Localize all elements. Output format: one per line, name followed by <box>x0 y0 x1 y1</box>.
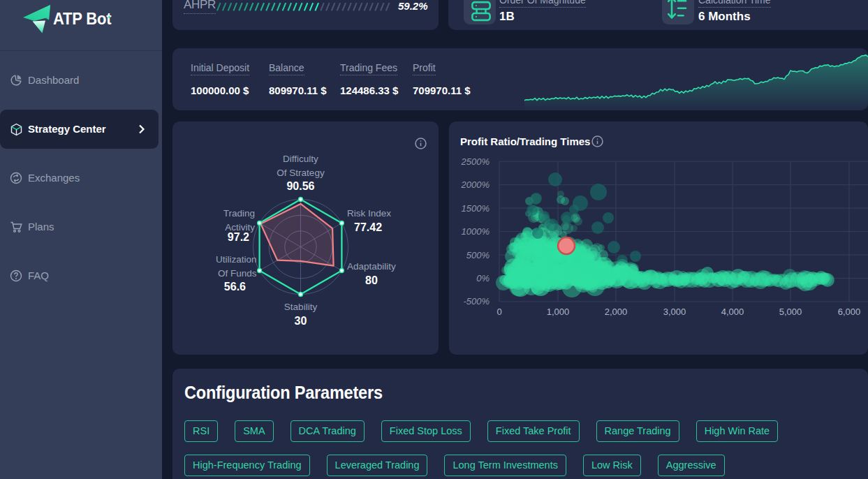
svg-text:30: 30 <box>295 315 307 327</box>
svg-text:500%: 500% <box>466 250 490 260</box>
svg-text:Risk Index: Risk Index <box>347 208 391 219</box>
svg-text:-500%: -500% <box>463 296 490 307</box>
svg-text:90.56: 90.56 <box>286 180 314 192</box>
svg-text:Of Strategy: Of Strategy <box>277 168 325 178</box>
svg-text:Of Funds: Of Funds <box>218 268 257 279</box>
svg-text:1000%: 1000% <box>462 226 490 237</box>
svg-text:1500%: 1500% <box>462 203 490 214</box>
svg-text:97.2: 97.2 <box>228 231 249 243</box>
svg-text:2,000: 2,000 <box>605 307 628 317</box>
svg-text:2500%: 2500% <box>461 156 490 167</box>
svg-text:Trading: Trading <box>223 208 255 219</box>
svg-text:77.42: 77.42 <box>354 221 382 233</box>
svg-text:4,000: 4,000 <box>721 307 744 317</box>
svg-text:Stability: Stability <box>284 302 318 312</box>
svg-text:Utilization: Utilization <box>216 254 257 265</box>
svg-text:1,000: 1,000 <box>547 307 570 317</box>
svg-text:0%: 0% <box>476 273 490 283</box>
svg-text:Adaptability: Adaptability <box>347 261 396 272</box>
svg-text:Difficulty: Difficulty <box>283 154 318 164</box>
svg-text:80: 80 <box>365 274 378 286</box>
svg-text:56.6: 56.6 <box>224 281 246 293</box>
svg-text:0: 0 <box>496 307 501 317</box>
svg-text:5,000: 5,000 <box>779 307 802 317</box>
svg-text:6,000: 6,000 <box>838 307 861 317</box>
svg-text:2000%: 2000% <box>461 179 490 190</box>
svg-text:3,000: 3,000 <box>663 307 686 317</box>
